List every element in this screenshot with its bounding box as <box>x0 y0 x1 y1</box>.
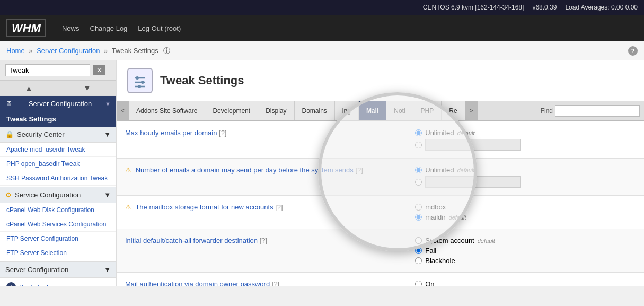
radio-row: maildir default <box>415 213 636 221</box>
setting-options-2: Unlimited default <box>415 166 636 188</box>
setting-text-input-2[interactable] <box>425 176 521 188</box>
tab-re[interactable]: Re <box>442 101 465 120</box>
sidebar-link-ftp-selection[interactable]: FTP Server Selection <box>0 246 116 260</box>
breadcrumb-sep1: » <box>29 47 32 55</box>
page-header: Tweak Settings <box>117 60 644 101</box>
sidebar-link-php[interactable]: PHP open_basedir Tweak <box>0 157 116 171</box>
radio-label: Fail <box>425 247 436 255</box>
find-label: Find <box>541 107 553 115</box>
nav-changelog[interactable]: Change Log <box>90 24 128 32</box>
breadcrumb-home[interactable]: Home <box>6 47 25 55</box>
main-layout: ✕ ▲ ▼ 🖥 Server Configuration ▼ Tweak Set… <box>0 60 644 286</box>
radio-row: Fail <box>415 247 636 255</box>
table-row: Max hourly emails per domain [?] Unlimit… <box>117 121 644 159</box>
help-link-2[interactable]: [?] <box>355 166 363 174</box>
tab-domains[interactable]: Domains <box>295 101 335 120</box>
sidebar-section3-label: Server Configuration <box>5 266 68 274</box>
tab-php[interactable]: PHP <box>413 101 442 120</box>
radio-label: mdbox <box>425 203 446 211</box>
radio-on[interactable] <box>415 281 422 286</box>
tab-noti[interactable]: Noti <box>386 101 413 120</box>
radio-unlimited-1[interactable] <box>415 129 422 136</box>
radio-row: Unlimited default <box>415 129 636 137</box>
radio-fail[interactable] <box>415 247 422 254</box>
nav-logout[interactable]: Log Out (root) <box>138 24 181 32</box>
radio-label: maildir <box>425 213 445 221</box>
sidebar-nav-up[interactable]: ▲ <box>0 81 58 95</box>
tab-scroll-right[interactable]: > <box>465 101 478 120</box>
tab-addons[interactable]: Addons Site Software <box>129 101 205 120</box>
help-link-4[interactable]: [?] <box>260 237 267 244</box>
help-link-3[interactable]: [?] <box>275 203 283 211</box>
setting-label-1: Max hourly emails per domain [?] <box>125 129 227 137</box>
sidebar-link-ssh[interactable]: SSH Password Authorization Tweak <box>0 171 116 186</box>
sidebar-nav-down[interactable]: ▼ <box>58 81 116 95</box>
help-link-1[interactable]: [?] <box>219 129 226 137</box>
radio-label: Blackhole <box>425 257 455 265</box>
page-help-icon[interactable]: ? <box>628 46 638 56</box>
radio-label: On <box>425 280 434 286</box>
nav-news[interactable]: News <box>62 24 80 32</box>
radio-row <box>415 176 636 188</box>
radio-row <box>415 139 636 151</box>
sidebar-nav-arrows: ▲ ▼ <box>0 81 116 96</box>
sidebar-service-chevron: ▼ <box>104 191 111 199</box>
sidebar-section-service-config[interactable]: ⚙ Service Configuration ▼ <box>0 187 116 203</box>
sidebar-service-label: Service Configuration <box>15 191 81 199</box>
svg-point-3 <box>141 81 144 84</box>
setting-label-5: Mail authentication via domain owner pas… <box>125 280 279 286</box>
server-info: CENTOS 6.9 kvm [162-144-34-168] <box>423 4 524 11</box>
topbar: CENTOS 6.9 kvm [162-144-34-168] v68.0.39… <box>0 0 644 15</box>
radio-row: Blackhole <box>415 257 636 265</box>
setting-text-input-1[interactable] <box>425 139 521 151</box>
sidebar-search-input[interactable] <box>5 64 90 76</box>
radio-row: Unlimited default <box>415 166 636 174</box>
sidebar-section-server-config2[interactable]: Server Configuration ▼ <box>0 261 116 278</box>
svg-point-5 <box>138 85 141 88</box>
table-row: ⚠ Number of emails a domain may send per… <box>117 159 644 196</box>
version-info: v68.0.39 <box>532 4 557 11</box>
radio-custom-1[interactable] <box>415 142 422 148</box>
sidebar-link-webservices[interactable]: cPanel Web Services Configuration <box>0 217 116 232</box>
sidebar-security-center[interactable]: 🔒 Security Center ▼ <box>0 127 116 143</box>
back-to-top[interactable]: ↑ Back To Top <box>0 278 116 286</box>
radio-row: mdbox <box>415 203 636 211</box>
tab-ing[interactable]: ing <box>335 101 359 120</box>
sidebar-section3-chevron: ▼ <box>104 266 111 274</box>
sidebar-section-label: Server Configuration <box>29 100 92 108</box>
default-badge: default <box>457 130 474 136</box>
radio-row: On <box>415 280 636 286</box>
sidebar-active-label: Tweak Settings <box>6 115 56 123</box>
sidebar-link-apache[interactable]: Apache mod_userdir Tweak <box>0 143 116 157</box>
breadcrumb-section[interactable]: Server Configuration <box>37 47 100 55</box>
sidebar-search-clear[interactable]: ✕ <box>93 65 105 75</box>
tab-scroll-left[interactable]: < <box>117 101 129 120</box>
radio-blackhole[interactable] <box>415 257 422 264</box>
tab-display[interactable]: Display <box>258 101 294 120</box>
table-row: ⚠ The mailbox storage format for new acc… <box>117 196 644 229</box>
sidebar-link-webdisk[interactable]: cPanel Web Disk Configuration <box>0 203 116 217</box>
find-input[interactable] <box>555 105 640 117</box>
radio-system-account[interactable] <box>415 237 422 244</box>
setting-label-4: Initial default/catch-all forwarder dest… <box>125 237 267 244</box>
radio-custom-2[interactable] <box>415 179 422 186</box>
page-title: Tweak Settings <box>160 74 244 88</box>
table-row: Initial default/catch-all forwarder dest… <box>117 229 644 273</box>
breadcrumb: Home » Server Configuration » Tweak Sett… <box>6 46 170 56</box>
tab-mail[interactable]: Mail <box>359 101 386 120</box>
sidebar-security-label: Security Center <box>17 130 65 138</box>
radio-label: Unlimited <box>425 129 454 137</box>
breadcrumb-help[interactable]: ⓘ <box>163 47 170 55</box>
radio-unlimited-2[interactable] <box>415 167 422 173</box>
setting-options-4: System account default Fail Blackhole <box>415 237 636 265</box>
tab-development[interactable]: Development <box>205 101 258 120</box>
settings-table: Max hourly emails per domain [?] Unlimit… <box>117 121 644 286</box>
sidebar-link-ftp-config[interactable]: FTP Server Configuration <box>0 232 116 246</box>
radio-maildir[interactable] <box>415 214 422 221</box>
help-link-5[interactable]: [?] <box>272 280 279 286</box>
sidebar-section-server-config[interactable]: 🖥 Server Configuration ▼ <box>0 96 116 111</box>
tabs-bar: < Addons Site Software Development Displ… <box>117 101 644 121</box>
tweak-icon <box>132 73 148 89</box>
radio-mdbox[interactable] <box>415 204 422 211</box>
back-to-top-icon: ↑ <box>6 282 16 286</box>
